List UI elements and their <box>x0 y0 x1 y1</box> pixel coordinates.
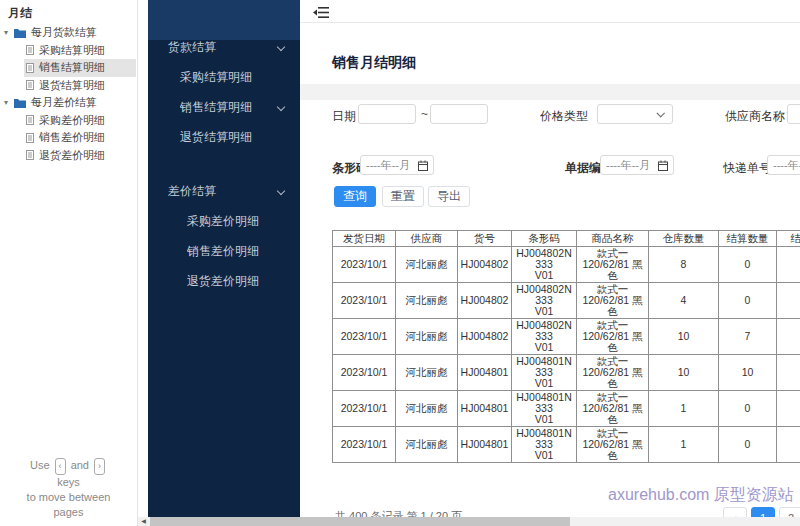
sitemap-tree: ▾每月货款结算采购结算明细销售结算明细退货结算明细▾每月差价结算采购差价明细销售… <box>0 24 136 164</box>
table-cell: 河北丽彪 <box>396 247 458 283</box>
date-to-input[interactable] <box>430 104 488 124</box>
sitemap-footer: Use ‹ and › keys to move between pages <box>0 458 137 520</box>
footer-line-keys: keys <box>0 475 137 490</box>
table-row: 2023/10/1河北丽彪HJ004801HJ004801N333 V01款式一… <box>333 427 800 463</box>
table-header-row: 发货日期供应商货号条形码商品名称仓库数量结算数量结算金额 <box>333 231 800 247</box>
table-cell: 河北丽彪 <box>396 283 458 319</box>
scrollbar-left-arrow-icon[interactable]: ◀ <box>138 517 149 526</box>
page-icon <box>26 63 34 73</box>
nav-group-货款结算[interactable]: 货款结算 <box>148 38 300 56</box>
column-header-仓库数量: 仓库数量 <box>649 231 719 247</box>
sitemap-item-每月货款结算[interactable]: ▾每月货款结算 <box>0 24 136 42</box>
menu-fold-icon[interactable] <box>313 5 329 23</box>
sitemap-item-退货差价明细[interactable]: 退货差价明细 <box>0 147 136 165</box>
export-button[interactable]: 导出 <box>428 186 470 207</box>
nav-item-label: 销售差价明细 <box>187 243 300 260</box>
sitemap-item-label: 每月货款结算 <box>31 25 97 40</box>
table-cell: HJ004802N333 V01 <box>512 283 577 319</box>
folder-icon <box>14 98 26 108</box>
doc-number-month-input[interactable]: ----年--月 <box>600 155 674 175</box>
footer-text-and: and <box>71 459 89 471</box>
sitemap-item-每月差价结算[interactable]: ▾每月差价结算 <box>0 94 136 112</box>
table-cell: 2023/10/1 <box>333 427 396 463</box>
table-cell: HJ004801 <box>458 427 512 463</box>
table-cell: 2023/10/1 <box>333 247 396 283</box>
table-cell: HJ004801N333 V01 <box>512 427 577 463</box>
sitemap-item-label: 退货结算明细 <box>39 78 105 93</box>
nav-item-销售差价明细[interactable]: 销售差价明细 <box>148 242 300 260</box>
nav-item-销售结算明细[interactable]: 销售结算明细 <box>148 98 300 116</box>
table-cell: 2023/10/1 <box>333 283 396 319</box>
sitemap-item-label: 采购结算明细 <box>39 43 105 58</box>
table-cell <box>777 391 800 427</box>
table-cell: 河北丽彪 <box>396 319 458 355</box>
calendar-icon <box>418 160 428 171</box>
chevron-down-icon <box>277 187 285 195</box>
express-month-input[interactable]: ----年--月 <box>767 155 800 175</box>
page-icon <box>26 133 34 143</box>
sitemap-item-销售差价明细[interactable]: 销售差价明细 <box>0 129 136 147</box>
tree-expand-caret-icon[interactable]: ▾ <box>4 28 14 37</box>
nav-item-label: 货款结算 <box>168 39 278 56</box>
table-cell: 款式一 120/62/81 黑色 <box>577 283 649 319</box>
nav-item-退货结算明细[interactable]: 退货结算明细 <box>148 128 300 146</box>
watermark: axurehub.com 原型资源站 <box>608 485 794 506</box>
table-row: 2023/10/1河北丽彪HJ004802HJ004802N333 V01款式一… <box>333 319 800 355</box>
tree-expand-caret-icon[interactable]: ▾ <box>4 98 14 107</box>
table-cell: 0 <box>719 391 777 427</box>
supplier-name-label: 供应商名称 <box>725 108 785 125</box>
table-cell: 0 <box>719 247 777 283</box>
sitemap-item-退货结算明细[interactable]: 退货结算明细 <box>0 77 136 95</box>
table-cell <box>777 247 800 283</box>
table-row: 2023/10/1河北丽彪HJ004801HJ004801N333 V01款式一… <box>333 391 800 427</box>
table-cell: 款式一 120/62/81 黑色 <box>577 319 649 355</box>
table-cell: HJ004802 <box>458 319 512 355</box>
reset-button[interactable]: 重置 <box>382 186 424 207</box>
barcode-month-input[interactable]: ----年--月 <box>360 155 434 175</box>
table-cell: 0 <box>719 427 777 463</box>
nav-item-采购结算明细[interactable]: 采购结算明细 <box>148 68 300 86</box>
table-cell: 河北丽彪 <box>396 391 458 427</box>
sitemap-item-采购结算明细[interactable]: 采购结算明细 <box>0 42 136 60</box>
scrollbar-thumb[interactable] <box>150 517 570 526</box>
table-cell: HJ004801 <box>458 391 512 427</box>
table-row: 2023/10/1河北丽彪HJ004802HJ004802N333 V01款式一… <box>333 283 800 319</box>
table-cell: 款式一 120/62/81 黑色 <box>577 391 649 427</box>
table-cell: 2023/10/1 <box>333 355 396 391</box>
table-cell: 款式一 120/62/81 黑色 <box>577 355 649 391</box>
nav-item-采购差价明细[interactable]: 采购差价明细 <box>148 212 300 230</box>
nav-item-退货差价明细[interactable]: 退货差价明细 <box>148 272 300 290</box>
pagination-page-button-2[interactable]: 2 <box>779 507 800 517</box>
pagination-prev-button[interactable]: ‹ <box>723 507 747 517</box>
supplier-name-input[interactable] <box>787 104 800 124</box>
table-cell: 0 <box>719 283 777 319</box>
query-button[interactable]: 查询 <box>334 186 376 207</box>
pagination-page-button-1[interactable]: 1 <box>751 507 775 517</box>
column-header-供应商: 供应商 <box>396 231 458 247</box>
page-icon <box>26 45 34 55</box>
column-header-发货日期: 发货日期 <box>333 231 396 247</box>
nav-group-差价结算[interactable]: 差价结算 <box>148 182 300 200</box>
page-icon <box>26 80 34 90</box>
table-cell: 河北丽彪 <box>396 355 458 391</box>
main-content: 销售月结明细 日期 ~ 价格类型 供应商名称 条形码 ----年--月 单据编号… <box>300 0 800 517</box>
horizontal-scrollbar[interactable]: ◀ <box>138 517 800 526</box>
sitemap-item-label: 销售结算明细 <box>39 60 105 75</box>
sitemap-item-label: 销售差价明细 <box>39 130 105 145</box>
sitemap-item-销售结算明细[interactable]: 销售结算明细 <box>0 59 136 77</box>
pagination-summary: 共 400 条记录 第 1 / 20 页 <box>335 509 462 517</box>
table-cell: 河北丽彪 <box>396 427 458 463</box>
table-cell: 8 <box>649 247 719 283</box>
right-key-icon: › <box>94 458 105 475</box>
section-divider-band <box>300 84 800 100</box>
date-from-input[interactable] <box>358 104 416 124</box>
page-title: 销售月结明细 <box>332 54 416 72</box>
nav-item-label: 销售结算明细 <box>180 99 278 116</box>
column-header-条形码: 条形码 <box>512 231 577 247</box>
nav-logo-block <box>148 0 300 40</box>
month-placeholder: ----年--月 <box>366 158 418 173</box>
table-cell: 10 <box>649 355 719 391</box>
sitemap-item-采购差价明细[interactable]: 采购差价明细 <box>0 112 136 130</box>
price-type-select[interactable] <box>597 104 673 124</box>
table-cell: HJ004801N333 V01 <box>512 355 577 391</box>
